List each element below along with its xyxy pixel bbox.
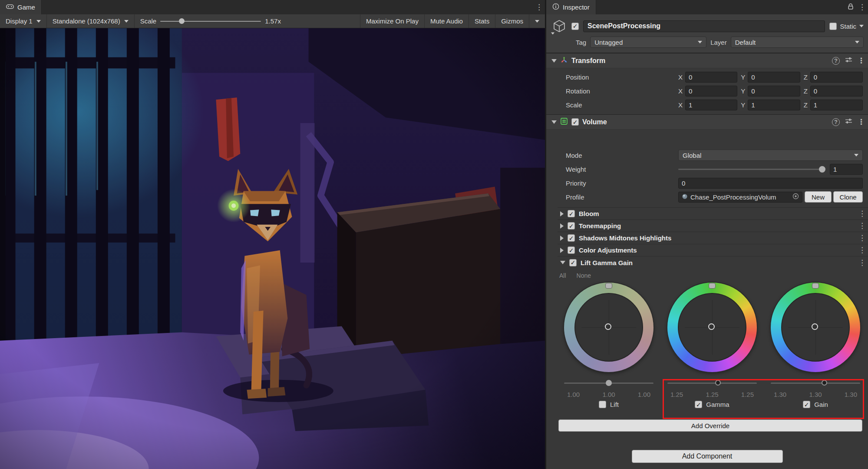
gain-value-z[interactable]: 1.30 bbox=[845, 391, 857, 398]
chevron-down-icon bbox=[535, 20, 539, 23]
override-row-shadows-midtones-highlights[interactable]: Shadows Midtones Highlights ⋮ bbox=[558, 232, 868, 244]
lgg-all-button[interactable]: All bbox=[559, 272, 566, 281]
gamma-value-x[interactable]: 1.25 bbox=[670, 391, 683, 398]
override-kebab-icon[interactable]: ⋮ bbox=[858, 210, 865, 217]
position-z-field[interactable]: 0 bbox=[810, 72, 863, 83]
presets-icon[interactable] bbox=[845, 57, 852, 65]
priority-field[interactable]: 0 bbox=[678, 178, 863, 189]
override-kebab-icon[interactable]: ⋮ bbox=[858, 222, 865, 230]
bloom-checkbox[interactable] bbox=[568, 210, 575, 217]
game-tab[interactable]: Game bbox=[0, 0, 42, 14]
presets-icon[interactable] bbox=[845, 118, 852, 126]
gamma-slider[interactable] bbox=[667, 383, 757, 384]
gain-slider-handle[interactable] bbox=[822, 380, 827, 386]
override-row-bloom[interactable]: Bloom ⋮ bbox=[558, 208, 868, 220]
gain-value-x[interactable]: 1.30 bbox=[774, 391, 786, 398]
foldout-right-icon[interactable] bbox=[560, 211, 564, 216]
scale-z-field[interactable]: 1 bbox=[810, 100, 863, 110]
lift-slider[interactable] bbox=[564, 383, 653, 384]
foldout-down-icon[interactable] bbox=[560, 261, 565, 264]
maximize-on-play-button[interactable]: Maximize On Play bbox=[360, 14, 424, 28]
scale-x-field[interactable]: 1 bbox=[685, 100, 737, 110]
position-x-field[interactable]: 0 bbox=[685, 72, 737, 83]
override-kebab-icon[interactable]: ⋮ bbox=[858, 234, 865, 242]
color-adjustments-checkbox[interactable] bbox=[568, 246, 575, 254]
gain-checkbox[interactable] bbox=[803, 401, 810, 408]
lift-checkbox[interactable] bbox=[599, 401, 606, 408]
gamma-color-wheel[interactable] bbox=[667, 283, 757, 372]
display-dropdown[interactable]: Display 1 bbox=[0, 14, 47, 28]
rotation-x-field[interactable]: 0 bbox=[685, 86, 737, 96]
lock-icon[interactable] bbox=[847, 3, 854, 11]
object-picker-icon[interactable] bbox=[792, 193, 799, 201]
override-kebab-icon[interactable]: ⋮ bbox=[858, 259, 865, 266]
override-kebab-icon[interactable]: ⋮ bbox=[858, 246, 865, 254]
lift-slider-handle[interactable] bbox=[606, 380, 612, 386]
position-y-field[interactable]: 0 bbox=[748, 72, 800, 83]
gizmos-button[interactable]: Gizmos bbox=[495, 14, 529, 28]
profile-clone-button[interactable]: Clone bbox=[833, 191, 863, 203]
gain-slider[interactable] bbox=[771, 383, 860, 384]
lift-value-x[interactable]: 1.00 bbox=[567, 391, 580, 398]
scale-y-field[interactable]: 1 bbox=[748, 100, 800, 110]
foldout-right-icon[interactable] bbox=[560, 223, 564, 229]
gameobject-active-checkbox[interactable] bbox=[571, 23, 579, 30]
weight-slider-handle[interactable] bbox=[819, 166, 825, 173]
inspector-tab[interactable]: Inspector bbox=[546, 0, 596, 14]
gameobject-name-field[interactable]: ScenePostProcessing bbox=[583, 20, 825, 32]
rotation-z-field[interactable]: 0 bbox=[810, 86, 863, 96]
foldout-right-icon[interactable] bbox=[560, 248, 564, 253]
tonemapping-checkbox[interactable] bbox=[568, 222, 575, 230]
override-row-lift-gamma-gain[interactable]: Lift Gamma Gain ⋮ bbox=[558, 256, 868, 269]
gizmos-dropdown[interactable] bbox=[529, 14, 545, 28]
lgg-none-button[interactable]: None bbox=[577, 272, 591, 281]
gain-value-y[interactable]: 1.30 bbox=[809, 391, 822, 398]
layer-dropdown[interactable]: Default bbox=[731, 37, 864, 48]
weight-slider[interactable] bbox=[678, 169, 825, 170]
override-row-color-adjustments[interactable]: Color Adjustments ⋮ bbox=[558, 244, 868, 256]
gain-color-wheel[interactable] bbox=[771, 283, 860, 372]
weight-value-field[interactable]: 1 bbox=[830, 164, 863, 175]
foldout-right-icon[interactable] bbox=[560, 236, 564, 241]
game-panel-kebab-icon[interactable]: ⋮ bbox=[535, 3, 541, 11]
help-icon[interactable]: ? bbox=[832, 57, 840, 65]
tag-dropdown[interactable]: Untagged bbox=[590, 37, 706, 48]
static-dropdown-arrow[interactable] bbox=[859, 25, 864, 27]
gamma-value-z[interactable]: 1.25 bbox=[741, 391, 754, 398]
lift-gamma-gain-checkbox[interactable] bbox=[569, 259, 577, 266]
smh-checkbox[interactable] bbox=[568, 234, 575, 242]
mute-audio-button[interactable]: Mute Audio bbox=[424, 14, 469, 28]
gain-label: Gain bbox=[814, 401, 828, 408]
resolution-dropdown[interactable]: Standalone (1024x768) bbox=[47, 14, 135, 28]
lift-value-y[interactable]: 1.00 bbox=[602, 391, 615, 398]
profile-label: Profile bbox=[566, 193, 678, 201]
add-override-button[interactable]: Add Override bbox=[558, 419, 862, 432]
gamma-slider-handle[interactable] bbox=[715, 380, 721, 386]
volume-kebab-icon[interactable]: ⋮ bbox=[858, 118, 864, 126]
profile-object-field[interactable]: Chase_PostProcessingVolum bbox=[678, 192, 802, 203]
static-label: Static bbox=[840, 23, 856, 30]
static-checkbox[interactable] bbox=[829, 23, 837, 30]
transform-kebab-icon[interactable]: ⋮ bbox=[858, 57, 864, 64]
scale-slider-handle[interactable] bbox=[179, 18, 185, 24]
help-icon[interactable]: ? bbox=[832, 118, 840, 126]
gamma-value-y[interactable]: 1.25 bbox=[706, 391, 718, 398]
volume-foldout-icon[interactable] bbox=[551, 120, 557, 124]
override-row-tonemapping[interactable]: Tonemapping ⋮ bbox=[558, 220, 868, 232]
volume-header[interactable]: Volume ? ⋮ bbox=[546, 114, 868, 130]
profile-new-button[interactable]: New bbox=[805, 191, 832, 203]
scale-slider[interactable] bbox=[160, 21, 261, 22]
transform-foldout-icon[interactable] bbox=[551, 59, 557, 63]
gameobject-cube-icon[interactable] bbox=[551, 19, 567, 33]
lift-color-wheel[interactable] bbox=[564, 283, 653, 372]
transform-header[interactable]: Transform ? ⋮ bbox=[546, 53, 868, 68]
game-viewport[interactable] bbox=[0, 28, 545, 469]
gamma-checkbox[interactable] bbox=[695, 401, 702, 408]
add-component-button[interactable]: Add Component bbox=[632, 450, 783, 463]
lift-value-z[interactable]: 1.00 bbox=[638, 391, 650, 398]
stats-button[interactable]: Stats bbox=[469, 14, 495, 28]
inspector-kebab-icon[interactable]: ⋮ bbox=[858, 3, 865, 11]
mode-dropdown[interactable]: Global bbox=[678, 150, 863, 161]
rotation-y-field[interactable]: 0 bbox=[748, 86, 800, 96]
volume-enabled-checkbox[interactable] bbox=[571, 118, 579, 126]
